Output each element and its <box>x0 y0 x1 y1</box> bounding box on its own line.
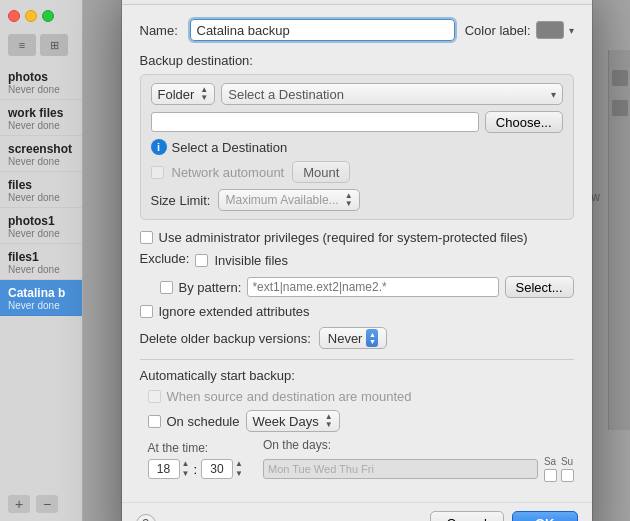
on-schedule-checkbox[interactable] <box>148 415 161 428</box>
add-item-button[interactable]: + <box>8 495 30 513</box>
mount-button[interactable]: Mount <box>292 161 350 183</box>
sunday-checkbox[interactable] <box>561 469 574 482</box>
color-arrow-icon[interactable]: ▾ <box>569 25 574 36</box>
minute-down-icon[interactable]: ▼ <box>235 469 243 479</box>
size-limit-label: Size Limit: <box>151 193 211 208</box>
by-pattern-label: By pattern: <box>179 280 242 295</box>
dest-row2: Choose... <box>151 111 563 133</box>
dest-dropdown[interactable]: Select a Destination ▾ <box>221 83 562 105</box>
maximize-button[interactable] <box>42 10 54 22</box>
select-button[interactable]: Select... <box>505 276 574 298</box>
schedule-select[interactable]: Week Days ▲ ▼ <box>246 410 340 432</box>
time-section: At the time: ▲ ▼ : <box>140 438 574 482</box>
pattern-input[interactable] <box>247 277 498 297</box>
days-display: Mon Tue Wed Thu Fri <box>263 459 538 479</box>
by-pattern-checkbox[interactable] <box>160 281 173 294</box>
automount-label: Network automount <box>172 165 285 180</box>
ignore-extended-checkbox[interactable] <box>140 305 153 318</box>
sidebar-item-work-files[interactable]: work files Never done <box>0 100 82 136</box>
dest-dropdown-text: Select a Destination <box>228 87 344 102</box>
delete-arrow-up: ▲ <box>369 331 376 338</box>
sidebar-item-files1[interactable]: files1 Never done <box>0 244 82 280</box>
delete-version-select[interactable]: Never ▲ ▼ <box>319 327 388 349</box>
sidebar-footer: + − <box>0 487 82 521</box>
exclude-invisible-row: Exclude: Invisible files <box>140 251 574 270</box>
dialog-overlay: Backup: Catalina backup Name: Color labe… <box>83 0 630 521</box>
admin-priv-checkbox[interactable] <box>140 231 153 244</box>
hour-down-icon[interactable]: ▼ <box>182 469 190 479</box>
folder-arrows: ▲ ▼ <box>200 86 208 102</box>
sidebar-item-screenshots[interactable]: screenshot Never done <box>0 136 82 172</box>
on-days-label: On the days: <box>263 438 574 452</box>
name-row: Name: Color label: ▾ <box>140 19 574 41</box>
sidebar-icon-list[interactable]: ≡ <box>8 34 36 56</box>
dialog-footer: ? Cancel OK <box>122 502 592 521</box>
at-time-label: At the time: <box>148 441 243 455</box>
when-mounted-row: When source and destination are mounted <box>140 389 574 404</box>
remove-item-button[interactable]: − <box>36 495 58 513</box>
color-swatch[interactable] <box>536 21 564 39</box>
automount-checkbox <box>151 166 164 179</box>
traffic-lights <box>0 0 82 30</box>
days-col: On the days: Mon Tue Wed Thu Fri Sa <box>263 438 574 482</box>
folder-arrow-down: ▼ <box>200 94 208 102</box>
color-label-area: Color label: ▾ <box>465 21 574 39</box>
sidebar-item-files[interactable]: files Never done <box>0 172 82 208</box>
sidebar-icon-grid[interactable]: ⊞ <box>40 34 68 56</box>
delete-label: Delete older backup versions: <box>140 331 311 346</box>
cancel-button[interactable]: Cancel <box>430 511 504 521</box>
invisible-files-label: Invisible files <box>214 253 288 268</box>
dialog-body: Name: Color label: ▾ Backup destination: <box>122 5 592 502</box>
close-button[interactable] <box>8 10 20 22</box>
delete-arrow-down: ▼ <box>369 338 376 345</box>
name-input[interactable] <box>190 19 455 41</box>
on-schedule-label: On schedule <box>167 414 240 429</box>
delete-row: Delete older backup versions: Never ▲ ▼ <box>140 327 574 349</box>
backup-dialog: Backup: Catalina backup Name: Color labe… <box>122 0 592 521</box>
auto-backup-label: Automatically start backup: <box>140 368 574 383</box>
path-input[interactable] <box>151 112 479 132</box>
minute-up-icon[interactable]: ▲ <box>235 459 243 469</box>
sidebar-item-photos1[interactable]: photos1 Never done <box>0 208 82 244</box>
hour-input[interactable] <box>148 459 180 479</box>
name-label: Name: <box>140 23 180 38</box>
invisible-files-checkbox[interactable] <box>195 254 208 267</box>
admin-priv-row: Use administrator privileges (required f… <box>140 230 574 245</box>
size-limit-arrow-down: ▼ <box>345 200 353 208</box>
sidebar-item-catalina[interactable]: Catalina b Never done <box>0 280 82 316</box>
saturday-checkbox[interactable] <box>544 469 557 482</box>
hour-arrows: ▲ ▼ <box>182 459 190 478</box>
folder-label: Folder <box>158 87 195 102</box>
hour-up-icon[interactable]: ▲ <box>182 459 190 469</box>
size-limit-value: Maximum Available... <box>225 193 338 207</box>
sidebar: ≡ ⊞ photos Never done work files Never d… <box>0 0 83 521</box>
sunday-item: Su <box>561 456 574 482</box>
help-button[interactable]: ? <box>136 514 156 522</box>
auto-backup-section: Automatically start backup: When source … <box>140 359 574 482</box>
folder-select[interactable]: Folder ▲ ▼ <box>151 83 216 105</box>
ignore-extended-label: Ignore extended attributes <box>159 304 310 319</box>
schedule-value: Week Days <box>253 414 319 429</box>
options-section: Use administrator privileges (required f… <box>140 230 574 319</box>
warning-text: Select a Destination <box>172 140 288 155</box>
ok-button[interactable]: OK <box>512 511 578 521</box>
time-separator: : <box>193 462 197 477</box>
when-mounted-checkbox <box>148 390 161 403</box>
on-schedule-row: On schedule Week Days ▲ ▼ <box>140 410 574 432</box>
time-inputs: ▲ ▼ : ▲ ▼ <box>148 459 243 479</box>
sunday-label: Su <box>561 456 573 467</box>
size-limit-arrows: ▲ ▼ <box>345 192 353 208</box>
sidebar-item-photos[interactable]: photos Never done <box>0 64 82 100</box>
minute-input[interactable] <box>201 459 233 479</box>
choose-button[interactable]: Choose... <box>485 111 563 133</box>
hour-stepper: ▲ ▼ <box>148 459 190 479</box>
minimize-button[interactable] <box>25 10 37 22</box>
main-area: on below Backup: Catalina backup Name: <box>83 0 630 521</box>
dest-row1: Folder ▲ ▼ Select a Destination ▾ <box>151 83 563 105</box>
time-col: At the time: ▲ ▼ : <box>148 441 243 479</box>
day-checkboxes: Sa Su <box>544 456 574 482</box>
minute-stepper: ▲ ▼ <box>201 459 243 479</box>
admin-priv-label: Use administrator privileges (required f… <box>159 230 528 245</box>
size-limit-select[interactable]: Maximum Available... ▲ ▼ <box>218 189 359 211</box>
minute-arrows: ▲ ▼ <box>235 459 243 478</box>
